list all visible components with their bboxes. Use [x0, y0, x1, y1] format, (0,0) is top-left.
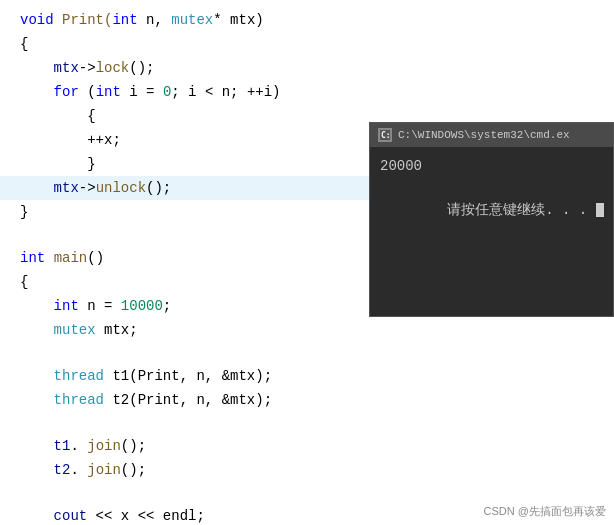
code-content: cout << x << endl;: [0, 505, 205, 525]
terminal-titlebar: C: C:\WINDOWS\system32\cmd.ex: [370, 123, 613, 147]
code-line: thread t1(Print, n, &mtx);: [0, 364, 614, 388]
code-content: mtx->lock();: [0, 57, 154, 79]
terminal-title: C:\WINDOWS\system32\cmd.ex: [398, 129, 570, 141]
code-content: thread t1(Print, n, &mtx);: [0, 365, 272, 387]
code-line: {: [0, 32, 614, 56]
main-container: void Print(int n, mutex* mtx){ mtx->lock…: [0, 0, 614, 525]
code-content: thread t2(Print, n, &mtx);: [0, 389, 272, 411]
code-content: void Print(int n, mutex* mtx): [0, 9, 264, 31]
code-content: }: [0, 201, 28, 223]
code-line: mtx->lock();: [0, 56, 614, 80]
code-content: t1. join();: [0, 435, 146, 457]
code-line: mutex mtx;: [0, 318, 614, 342]
code-line: t2. join();: [0, 458, 614, 482]
code-line: [0, 412, 614, 434]
code-line: [0, 342, 614, 364]
code-line: thread t2(Print, n, &mtx);: [0, 388, 614, 412]
watermark: CSDN @先搞面包再该爱: [484, 504, 606, 519]
code-content: for (int i = 0; i < n; ++i): [0, 81, 281, 103]
code-line: [0, 482, 614, 504]
code-content: mutex mtx;: [0, 319, 138, 341]
code-content: {: [0, 105, 96, 127]
code-content: int main(): [0, 247, 104, 269]
code-content: ++x;: [0, 129, 121, 151]
code-line: for (int i = 0; i < n; ++i): [0, 80, 614, 104]
code-content: {: [0, 33, 28, 55]
code-line: t1. join();: [0, 434, 614, 458]
terminal-window[interactable]: C: C:\WINDOWS\system32\cmd.ex 20000 请按任意…: [369, 122, 614, 317]
terminal-output-2: 请按任意键继续. . .: [380, 177, 603, 243]
terminal-output-1: 20000: [380, 155, 603, 177]
code-content: int n = 10000;: [0, 295, 171, 317]
code-content: {: [0, 271, 28, 293]
code-content: mtx->unlock();: [0, 177, 171, 199]
terminal-body: 20000 请按任意键继续. . .: [370, 147, 613, 316]
code-line: void Print(int n, mutex* mtx): [0, 8, 614, 32]
code-content: t2. join();: [0, 459, 146, 481]
terminal-icon: C:: [378, 128, 392, 142]
code-content: }: [0, 153, 96, 175]
terminal-cursor: [596, 203, 604, 217]
svg-text:C:: C:: [381, 131, 390, 140]
